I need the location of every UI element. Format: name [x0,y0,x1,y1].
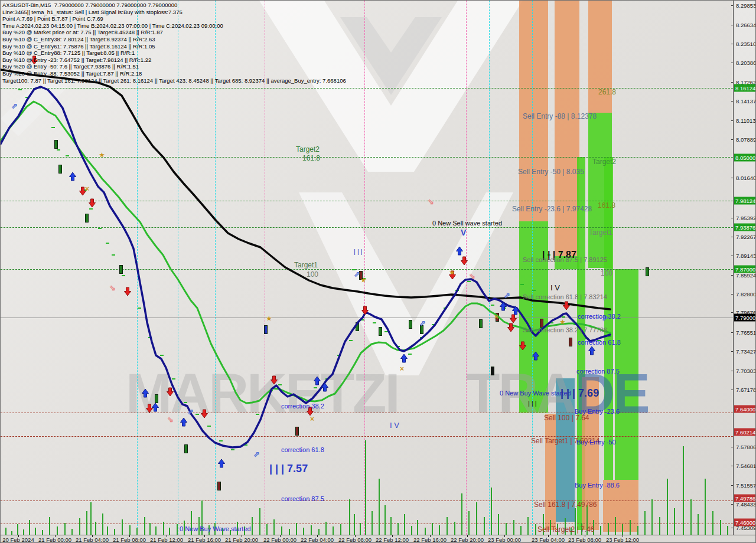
sell-signal-arrow [167,388,174,396]
chart-annotation: Sell correction 38.2 | 7.77786 [523,327,607,333]
chart-annotation: I V [390,421,399,429]
price-level-badge: 7.46000 [734,519,756,526]
price-label: 8.26634 [736,22,756,28]
info-line: Point A:7.69 | Point B:7.87 | Point C:7.… [2,15,346,22]
chart-annotation: Sell correction 87.5 | 7.89125 [523,257,607,263]
time-tick [317,535,318,537]
price-tick [731,528,734,528]
info-line: Buy %10 @ C_Entry38: 7.80124 || Target:8… [2,36,346,43]
price-tick [731,332,734,333]
price-tick [731,485,734,486]
chart-annotation: 0 New Buy Wave started [180,526,251,532]
hollow-down-arrow-icon: ⇘ [109,284,116,292]
chart-annotation: Sell Entry -88 | 8.12378 [523,113,597,120]
buy-signal-arrow [70,172,76,181]
price-label: 7.70303 [736,368,756,374]
time-tick [504,535,505,537]
time-label: 21 Feb 16:00 [188,537,221,543]
sell-signal-arrow [271,376,278,384]
price-axis[interactable]: 8.298538.266348.235108.203868.172628.141… [733,1,756,535]
price-level-badge: 7.79000 [734,314,756,322]
mt4-chart-window: MARKETZI TRADE ⇗⇗⇗⇗⇗⇗⇗⇘⇘⇘⇘×★★×★×★×★ Targ… [0,0,756,543]
time-tick [18,535,19,537]
time-label: 21 Feb 04:00 [76,537,109,543]
price-tick [731,25,734,25]
time-tick [355,535,356,537]
chart-annotation: Target2 [296,146,320,153]
chart-annotation: Sell 161.8 | 7.49786 [534,501,597,508]
price-label: 7.92267 [736,234,756,240]
buy-signal-arrow [181,418,187,426]
gold-star-icon: ★ [99,152,105,158]
info-line: Buy %10 @ C_Entry61: 7.75876 || Target:8… [2,43,346,50]
hollow-down-arrow-icon: ⇘ [167,416,174,423]
gold-star-icon: ★ [560,319,565,325]
gold-x-icon: × [85,185,89,192]
price-label: 8.29853 [736,2,756,9]
chart-annotation: 100 [307,271,318,278]
chart-canvas[interactable]: MARKETZI TRADE ⇗⇗⇗⇗⇗⇗⇗⇘⇘⇘⇘×★★×★×★×★ Targ… [1,1,733,535]
price-label: 8.07889 [736,136,756,143]
price-level-badge: 7.93876 [734,224,756,231]
sell-signal-arrow [89,199,96,207]
chart-annotation: correction 61.8 [578,339,621,346]
time-label: 23 Feb 04:00 [532,537,565,543]
time-label: 21 Feb 00:00 [38,537,71,543]
buy-signal-arrow [142,389,149,397]
price-tick [731,82,734,83]
chart-annotation: Target2 [592,158,616,165]
buy-signal-arrow [457,247,463,255]
info-line: Buy %10 @ Entry -23: 7.64752 || Target:7… [2,57,346,64]
chart-annotation: 161.8 [598,202,615,209]
chart-annotation: 100 [601,270,612,277]
price-tick [731,294,734,295]
price-tick [731,312,734,313]
price-label: 7.67178 [736,387,756,393]
gold-star-icon: ★ [449,270,455,276]
time-tick [467,535,468,537]
sell-signal-arrow [125,287,131,296]
price-tick [731,101,734,102]
gold-x-icon: × [400,365,404,372]
price-label: 7.51557 [736,482,756,489]
price-tick [731,120,734,121]
hollow-down-arrow-icon: ⇘ [428,198,434,205]
info-line: Buy %20 @ Entry -50: 7.6 || Target:7.938… [2,63,346,70]
chart-annotation: correction 87.5 [281,496,324,502]
time-label: 21 Feb 12:00 [150,537,183,543]
buy-signal-arrow [401,354,408,362]
chart-annotation: V [461,228,466,237]
chart-annotation: 161.8 [302,155,320,162]
sell-signal-arrow [520,342,526,350]
info-line: Time A:2024.02.23 04:15:00 | Time B:2024… [2,22,346,30]
price-tick [731,218,734,218]
price-label: 7.89143 [736,253,756,259]
chart-annotation: correction 61.8 [281,447,324,453]
time-label: 22 Feb 20:00 [451,537,484,543]
info-line: Buy %10 @ C_Entry88: 7.7125 || Target:8.… [2,50,346,57]
price-tick [731,504,734,505]
price-level-badge: 8.16124 [734,84,756,92]
sell-signal-arrow [201,410,208,418]
price-tick [731,466,734,466]
price-tick [731,447,734,447]
chart-annotation: Sell Entry -50 | 8.035 [518,168,584,175]
time-tick [548,535,549,537]
price-tick [731,139,734,140]
hollow-up-arrow-icon: ⇗ [419,319,426,327]
price-tick [731,275,734,276]
time-tick [55,535,56,537]
info-line: Target100: 7.87 || Target 161: 7.98124 |… [2,77,346,84]
time-label: 22 Feb 12:00 [376,537,409,543]
price-label: 7.76551 [736,329,756,336]
chart-annotation: 0 New Sell wave started [432,220,502,227]
time-tick [92,535,93,537]
price-label: 7.57806 [736,444,756,450]
price-tick [731,178,734,178]
ma-line-black [1,70,610,309]
time-axis[interactable]: 20 Feb 202421 Feb 00:0021 Feb 04:0021 Fe… [1,535,756,543]
time-label: 20 Feb 2024 [2,537,34,543]
price-level-badge: 7.60214 [734,428,756,436]
time-label: 21 Feb 08:00 [113,537,146,543]
time-label: 22 Feb 00:00 [263,537,296,543]
